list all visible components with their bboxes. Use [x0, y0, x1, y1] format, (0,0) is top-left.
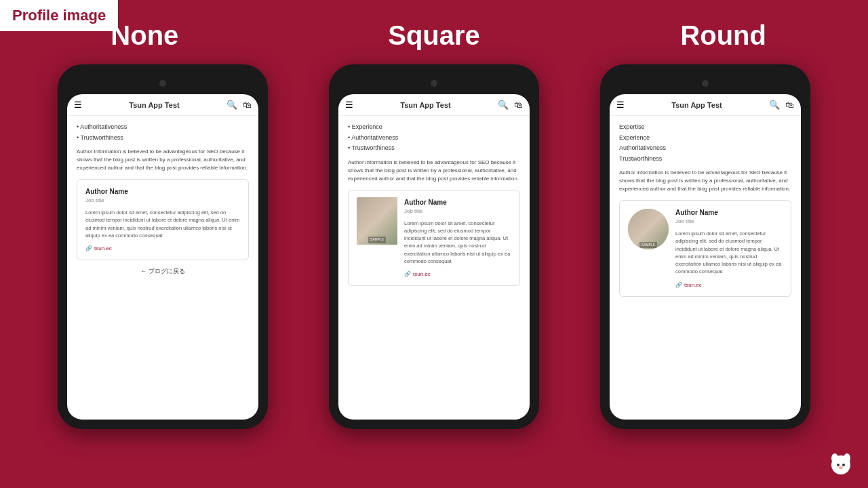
notch-round	[671, 77, 739, 90]
author-info-square: Author Name Job title Lorem ipsum dolor …	[404, 197, 511, 279]
bullet-item-sq-2: Authoritativeness	[348, 134, 520, 143]
square-heading: Square	[290, 20, 579, 51]
svg-point-3	[837, 464, 840, 466]
author-bio-square: Lorem ipsum dolor sit amet, consectetur …	[404, 220, 511, 266]
seo-text-square: Author information is believed to be adv…	[348, 159, 520, 183]
author-link-none[interactable]: 🔗 tsun.ec	[85, 245, 240, 253]
author-card-none: Author Name Job title Lorem ipsum dolor …	[77, 179, 249, 260]
bullet-item-none-1: Authoritativeness	[77, 123, 249, 132]
camera-round	[702, 80, 709, 87]
round-heading: Round	[578, 20, 868, 51]
app-icons-none: 🔍 🛍	[226, 100, 252, 110]
hamburger-icon-none: ☰	[74, 100, 82, 110]
author-job-square: Job title	[404, 207, 511, 216]
camera-none	[159, 80, 166, 87]
screen-round: ☰ Tsun App Test 🔍 🛍 Expertise Experience…	[610, 94, 801, 420]
author-card-square: SAMPLE Author Name Job title Lorem ipsum…	[348, 190, 520, 287]
screen-square: ☰ Tsun App Test 🔍 🛍 Experience Authorita…	[338, 94, 530, 420]
notch-bar-round	[610, 74, 801, 93]
content-none: Authoritativeness Trustworthiness Author…	[67, 116, 258, 286]
author-job-round: Job title	[675, 218, 783, 226]
app-bar-round: ☰ Tsun App Test 🔍 🛍	[610, 94, 801, 116]
notch-bar-none	[67, 74, 258, 93]
plain-item-rd-4: Trustworthiness	[619, 155, 791, 164]
bullet-list-none: Authoritativeness Trustworthiness	[77, 123, 249, 142]
phone-round: ☰ Tsun App Test 🔍 🛍 Expertise Experience…	[600, 64, 810, 429]
search-icon-square[interactable]: 🔍	[498, 100, 509, 110]
plain-list-round: Expertise Experience Authoritativeness T…	[619, 123, 791, 163]
screen-none: ☰ Tsun App Test 🔍 🛍 Authoritativeness Tr…	[67, 94, 258, 420]
svg-point-2	[844, 453, 850, 463]
author-img-square: SAMPLE	[357, 197, 397, 245]
author-link-round[interactable]: 🔗 tsun.ec	[675, 281, 783, 289]
app-bar-none: ☰ Tsun App Test 🔍 🛍	[67, 94, 258, 116]
notch-bar-square	[338, 74, 530, 93]
search-icon-round[interactable]: 🔍	[769, 100, 780, 110]
author-card-round: SAMPLE Author Name Job title Lorem ipsum…	[619, 200, 791, 297]
svg-point-5	[839, 466, 843, 469]
bag-icon-square[interactable]: 🛍	[514, 100, 523, 110]
author-name-none: Author Name	[85, 186, 240, 197]
author-img-inner-square: SAMPLE	[357, 197, 397, 245]
link-icon-none: 🔗	[85, 245, 92, 253]
app-icons-round: 🔍 🛍	[769, 100, 794, 110]
plain-item-rd-3: Authoritativeness	[619, 144, 791, 153]
plain-item-rd-1: Expertise	[619, 123, 791, 132]
link-icon-square: 🔗	[404, 270, 411, 279]
mascot-icon	[827, 450, 854, 477]
author-name-round: Author Name	[675, 207, 783, 218]
author-link-square[interactable]: 🔗 tsun.ec	[404, 270, 511, 279]
phones-row: ☰ Tsun App Test 🔍 🛍 Authoritativeness Tr…	[0, 64, 868, 429]
author-job-none: Job title	[85, 197, 240, 205]
back-link-none[interactable]: ← ブログに戻る	[77, 260, 249, 279]
author-bio-none: Lorem ipsum dolor sit amet, consectetur …	[85, 209, 240, 239]
link-icon-round: 🔗	[675, 281, 682, 289]
app-title-none: Tsun App Test	[129, 101, 179, 109]
column-headings: None Square Round	[0, 0, 868, 58]
hamburger-icon-round: ☰	[616, 100, 625, 110]
search-icon-none[interactable]: 🔍	[226, 100, 237, 110]
badge-text: Profile image	[12, 7, 106, 24]
phone-square: ☰ Tsun App Test 🔍 🛍 Experience Authorita…	[329, 64, 539, 429]
bullet-item-sq-3: Trustworthiness	[348, 144, 520, 153]
app-bar-square: ☰ Tsun App Test 🔍 🛍	[338, 94, 530, 116]
profile-image-badge: Profile image	[0, 0, 118, 31]
svg-point-1	[831, 453, 838, 463]
bullet-list-square: Experience Authoritativeness Trustworthi…	[348, 123, 520, 153]
bullet-item-sq-1: Experience	[348, 123, 520, 132]
bullet-item-none-2: Trustworthiness	[77, 134, 249, 143]
phone-none: ☰ Tsun App Test 🔍 🛍 Authoritativeness Tr…	[58, 64, 268, 429]
author-bio-round: Lorem ipsum dolor sit amet, consectetur …	[675, 230, 783, 276]
notch-square	[400, 77, 468, 90]
author-info-round: Author Name Job title Lorem ipsum dolor …	[675, 207, 783, 289]
bag-icon-round[interactable]: 🛍	[785, 100, 794, 110]
app-title-square: Tsun App Test	[400, 101, 450, 109]
notch-none	[129, 77, 197, 90]
author-img-inner-round: SAMPLE	[628, 209, 669, 249]
app-icons-square: 🔍 🛍	[498, 100, 523, 110]
svg-point-4	[842, 464, 845, 466]
author-img-round: SAMPLE	[628, 209, 669, 249]
seo-text-none: Author information is believed to be adv…	[77, 148, 249, 172]
sample-label-square: SAMPLE	[368, 237, 386, 243]
plain-item-rd-2: Experience	[619, 134, 791, 143]
camera-square	[431, 80, 437, 87]
content-round: Expertise Experience Authoritativeness T…	[610, 116, 801, 304]
author-name-square: Author Name	[404, 197, 511, 207]
hamburger-icon-square: ☰	[345, 100, 353, 110]
app-title-round: Tsun App Test	[671, 101, 722, 109]
sample-label-round: SAMPLE	[639, 242, 657, 249]
content-square: Experience Authoritativeness Trustworthi…	[338, 116, 530, 293]
bag-icon-none[interactable]: 🛍	[243, 100, 252, 110]
seo-text-round: Author information is believed to be adv…	[619, 169, 791, 193]
